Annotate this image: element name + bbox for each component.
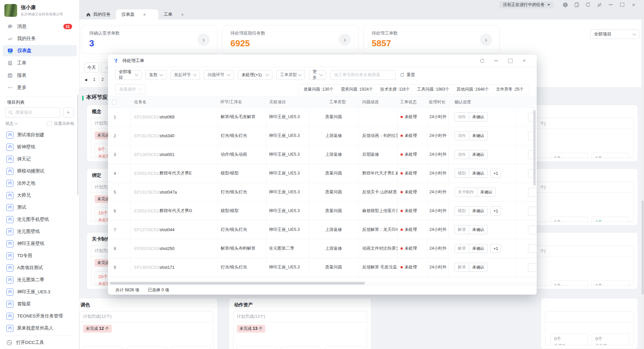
extra-count-tag[interactable]: +1 [490, 169, 501, 178]
filter-工单类型[interactable]: 工单类型 [276, 70, 305, 80]
pin-icon[interactable] [594, 1, 605, 9]
sidebar-project-item[interactable]: 内测试 [3, 201, 77, 213]
tab-close-icon[interactable]: × [181, 12, 184, 17]
table-row[interactable]: 6ES001/SC01/辉煌年代天才男G模型/模型神印王座_UE5.3质量问题麻… [108, 202, 537, 220]
sidebar-project-item[interactable]: 内裸模动捕测试 [3, 165, 77, 177]
sidebar-project-item[interactable]: 内择天记 [3, 153, 77, 165]
mini-stat-未处理[interactable]: 13个未处理 [237, 346, 276, 349]
row-more-button[interactable] [528, 263, 537, 272]
refresh-icon[interactable] [582, 1, 594, 9]
confirm-tag-group[interactable]: 动作未确认 [454, 150, 488, 159]
pagination-prev-icon[interactable]: ◀ [85, 78, 87, 82]
row-more-button[interactable] [528, 188, 537, 197]
mini-stat-处理中[interactable]: 0个处理中 [550, 333, 588, 345]
status-filter[interactable]: 状态 [5, 121, 17, 127]
confirm-tag-group[interactable]: 模型未确认 [454, 169, 488, 178]
mini-stat-已处理[interactable]: 0个已处理 [592, 153, 629, 158]
sidebar-item-workorder[interactable]: 工单 [3, 57, 77, 69]
mini-stat-处理中[interactable]: 0个处理中 [281, 346, 320, 349]
page-scrollbar[interactable] [641, 19, 644, 349]
mini-stat-处理中[interactable]: 0个处理中 [550, 280, 588, 286]
mini-stat-已处理[interactable]: 2个已处理 [592, 216, 629, 222]
table-row[interactable]: 4ES001/SC01/辉煌年代天才男E模型/模型神印王座_UE5.3质量问题辉… [108, 164, 537, 183]
page-1[interactable]: 1 [93, 77, 96, 82]
sidebar-project-item[interactable]: 内沧元图手机壁纸 [3, 213, 77, 226]
confirm-tag-group[interactable]: 解算未确认 [454, 263, 488, 272]
extra-count-tag[interactable]: +1 [490, 244, 501, 253]
sidebar-project-item[interactable]: 内神印王座_UE5.3 [3, 286, 77, 298]
confirm-tag-group[interactable]: 解算未确认 [454, 225, 488, 234]
sidebar-item-tasks[interactable]: 我的任务 [3, 33, 77, 44]
mini-stat-处理中[interactable]: 0个处理中 [550, 153, 588, 158]
workorder-search[interactable] [330, 70, 396, 80]
outsource-only-checkbox[interactable] [47, 121, 52, 126]
mini-stat-已处理[interactable]: 0个已处理 [325, 346, 364, 349]
tab-我的任务[interactable]: 我的任务 [81, 9, 116, 19]
notice-icon[interactable] [559, 1, 571, 9]
mini-stat-已处理[interactable]: 0个已处理 [592, 280, 629, 286]
extra-count-tag[interactable]: +1 [490, 206, 501, 215]
modal-refresh-icon[interactable] [475, 56, 489, 65]
sidebar-project-item[interactable]: 内神印王座壁纸 [3, 238, 77, 250]
project-filter-select[interactable]: 全部项目 [590, 30, 639, 39]
filter-未处理(+1)[interactable]: 未处理(+1) [238, 70, 272, 80]
tab-仪表盘[interactable]: 仪表盘× [116, 9, 158, 19]
sidebar-item-report[interactable]: 报表 [3, 70, 77, 81]
filter-全部项目[interactable]: 全部项目 [115, 70, 142, 80]
filter-问题环节[interactable]: 问题环节 [204, 70, 234, 80]
table-row[interactable]: 5EP131/SC01/shot047a灯光/镜头灯光神印王座_UE5.3质量问… [108, 183, 537, 202]
sidebar-project-item[interactable]: 内法外之地 [3, 177, 77, 189]
mini-stat-处理中[interactable]: 0个处理中 [127, 346, 167, 349]
sidebar-item-dashboard[interactable]: 仪表盘 [3, 45, 77, 56]
sidebar-project-item[interactable]: 内原来我是世外高人 [3, 322, 77, 334]
sidebar-project-item[interactable]: 内大师兄 [3, 189, 77, 201]
workorder-search-input[interactable] [333, 72, 392, 78]
modal-close-button[interactable]: × [517, 56, 531, 65]
project-search[interactable] [5, 107, 60, 117]
running-task-status[interactable]: 没有正在进行中的任务 [499, 1, 553, 8]
table-row[interactable]: 3EP126/SC01/shot001动作/镜头动画神印王座_UE5.3上游返修… [108, 145, 537, 164]
project-search-input[interactable] [15, 110, 53, 115]
confirm-tag-group[interactable]: 动作未确认 [454, 112, 488, 121]
tab-工单[interactable]: 工单× [158, 9, 189, 19]
sidebar-scrollbar[interactable] [77, 95, 78, 195]
filter-更多[interactable]: 更多 [309, 70, 326, 80]
sidebar-project-item[interactable]: 内TD专用 [3, 250, 77, 262]
table-row[interactable]: 2EP131/SC01/shot340灯光/镜头灯光神印王座_UE5.3上游返修… [108, 127, 537, 145]
tab-close-icon[interactable]: × [143, 12, 146, 17]
row-more-button[interactable] [528, 244, 537, 253]
row-more-button[interactable] [528, 226, 537, 234]
sidebar-project-item[interactable]: 内斩神壁纸 [3, 141, 77, 153]
reset-button[interactable]: 重置 [400, 72, 415, 78]
table-row[interactable]: 7EP127/SC01/shot044灯光/镜头灯光神印王座_UE5.3上游返修… [108, 220, 537, 239]
sidebar-item-more[interactable]: 更多 [3, 82, 77, 93]
mini-stat-处理中[interactable]: 0个处理中 [550, 216, 588, 222]
filter-发起环节[interactable]: 发起环节 [170, 70, 200, 80]
modal-minimize-button[interactable] [489, 56, 503, 65]
feedback-icon[interactable] [571, 1, 582, 9]
avatar[interactable] [4, 4, 17, 17]
confirm-tag-group[interactable]: 动作未确认 [454, 131, 488, 140]
close-button[interactable]: × [628, 1, 639, 9]
sidebar-project-item[interactable]: 内A类项目测试 [3, 262, 77, 274]
sidebar-project-item[interactable]: 内沧元图壁纸 [3, 226, 77, 238]
stat-card-arrow-button[interactable]: › [198, 34, 210, 46]
sidebar-project-item[interactable]: 内冒险屋 [3, 298, 77, 310]
sidebar-project-item[interactable]: 内沧元图第二季 [3, 274, 77, 286]
sidebar-item-message[interactable]: 消息21 [3, 21, 77, 32]
confirm-tag-group[interactable]: 解算未确认 [454, 244, 488, 253]
mini-stat-已处理[interactable]: 0个已处理 [592, 333, 629, 345]
confirm-tag-group[interactable]: 模型未确认 [454, 206, 488, 215]
filter-集数[interactable]: 集数 [146, 70, 166, 80]
sidebar-project-item[interactable]: 内TEONES开发任务管理 [3, 310, 77, 322]
row-more-button[interactable] [528, 207, 537, 215]
table-vertical-scrollbar[interactable] [533, 110, 536, 186]
table-row[interactable]: 9EP130/SC02/shot171灯光/镜头灯光神印王座_UE5.3质量问题… [108, 258, 537, 277]
batch-operation-button[interactable]: 批量操作 [115, 84, 146, 94]
table-row[interactable]: 1EP133/SC01/shot069解算/镜头毛发解算神印王座_UE5.3质量… [108, 108, 537, 127]
select-all-checkbox[interactable] [112, 100, 117, 104]
stat-card-arrow-button[interactable]: › [339, 34, 351, 46]
modal-maximize-button[interactable] [503, 56, 517, 65]
table-horizontal-scrollbar[interactable] [108, 282, 537, 285]
confirm-tag-group[interactable]: 关卡制作未确认 [454, 188, 496, 197]
